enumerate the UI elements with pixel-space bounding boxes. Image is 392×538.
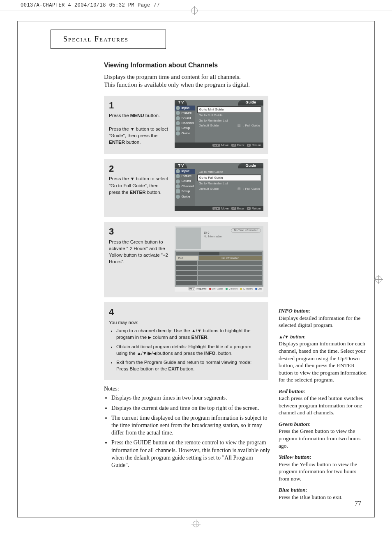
crop-mark-left [15, 276, 20, 281]
setup-icon [176, 126, 180, 131]
guide-row [176, 281, 262, 285]
step-text: Press the ▼ button to select "Go to Full… [109, 175, 170, 195]
green-dot-icon [226, 288, 228, 290]
return-icon: ≡ [247, 207, 251, 210]
blue-button-label: Blue button [279, 487, 306, 493]
return-icon: ≡ [247, 144, 251, 147]
osd-row-reminder: Go to Reminder List [198, 118, 261, 123]
guide-row [176, 261, 262, 265]
crop-mark-bottom [193, 521, 199, 527]
sound-icon [176, 179, 180, 184]
sound-icon [176, 116, 180, 120]
channel-icon [176, 121, 180, 125]
page-title: Viewing Information about Channels [104, 61, 367, 70]
enter-icon: ⏎ [231, 144, 236, 147]
red-dot-icon [209, 288, 211, 290]
blue-dot-icon [255, 288, 257, 290]
guide-row [176, 271, 262, 275]
notes-section: Notes: Displays the program times in two… [104, 385, 272, 505]
updown-icon: ▲▼ [212, 144, 220, 147]
section-header: Special Features [51, 30, 166, 49]
note-item: The current time displayed on the progra… [111, 414, 272, 437]
step-text: You may now: Jump to a channel directly:… [109, 319, 263, 372]
page-number: 77 [355, 500, 361, 507]
list-icon: ▤ [238, 124, 241, 127]
guide-row [176, 266, 262, 270]
updown-button-label: ▲/▼ button [279, 334, 304, 339]
guide-row: 15-0 No Information [176, 256, 262, 260]
green-button-label: Green button [279, 421, 309, 427]
osd-tab-guide: Guide [238, 100, 263, 106]
guide-icon [176, 131, 180, 136]
setup-icon [176, 189, 180, 193]
osd-screenshot-2: T V Guide Input Picture Sound Channel Se… [175, 163, 263, 212]
no-time-chip: No Time Information [231, 228, 261, 232]
button-reference-column: INFO button: Displays detailed informati… [279, 307, 367, 505]
input-icon [176, 106, 180, 110]
info-button-label: INFO button [279, 308, 309, 314]
input-icon [176, 169, 180, 173]
osd-row-full-guide: Go to Full Guide [198, 113, 261, 118]
yellow-button-label: Yellow button [279, 454, 309, 460]
step-2-panel: 2 Press the ▼ button to select "Go to Fu… [104, 159, 268, 217]
osd-tab-guide: Guide [238, 163, 263, 169]
page-frame: Special Features Viewing Information abo… [17, 21, 375, 517]
full-guide-screenshot: 15-0 No Information No Time Information … [175, 226, 263, 292]
step-1-panel: 1 Press the MENU button. Press the ▼ but… [104, 96, 268, 154]
step-3-panel: 3 Press the Green button to activate "-2… [104, 222, 268, 297]
osd-sidebar: Input Picture Sound Channel Setup Guide [175, 106, 195, 143]
picture-icon [176, 174, 180, 178]
step-number: 2 [109, 163, 170, 175]
osd-row-mini-guide: Go to Mini Guide [198, 107, 261, 113]
step-number: 4 [109, 306, 263, 318]
guide-footer: INFO Prog.Info Mini Guide -2 Hours +2 Ho… [175, 287, 263, 292]
picture-icon [176, 111, 180, 115]
osd-row-reminder: Go to Reminder List [198, 181, 261, 186]
list-icon: ▤ [238, 187, 241, 191]
note-item: Displays the program times in two hour s… [111, 394, 272, 402]
note-item: Press the GUIDE button on the remote con… [111, 439, 272, 469]
osd-row-full-guide: Go to Full Guide [198, 175, 261, 181]
guide-row [176, 276, 262, 280]
guide-icon [176, 195, 180, 199]
crop-mark-right [375, 276, 382, 283]
notes-heading: Notes: [104, 385, 272, 393]
guide-timebar [176, 252, 262, 255]
step-number: 1 [109, 100, 170, 112]
enter-icon: ⏎ [231, 207, 236, 210]
step-4-panel: 4 You may now: Jump to a channel directl… [104, 302, 268, 380]
osd-row-default: Default Guide ▤: Full Guide [198, 186, 261, 191]
yellow-dot-icon [240, 288, 242, 290]
guide-preview-thumb [176, 228, 201, 249]
step-number: 3 [109, 226, 170, 238]
osd-row-default: Default Guide ▤: Full Guide [198, 123, 261, 128]
osd-row-mini-guide: Go to Mini Guide [198, 170, 261, 175]
osd-screenshot-1: T V Guide Input Picture Sound Channel Se… [175, 100, 263, 148]
step-text: Press the MENU button. Press the ▼ butto… [109, 112, 170, 145]
updown-icon: ▲▼ [212, 207, 220, 210]
channel-icon [176, 184, 180, 189]
osd-tab-tv: T V [175, 163, 187, 169]
red-button-label: Red button [279, 388, 304, 394]
step-text: Press the Green button to activate "-2 H… [109, 239, 170, 265]
intro-text: Displays the program time and content fo… [104, 73, 367, 89]
osd-sidebar: Input Picture Sound Channel Setup Guide [175, 169, 195, 206]
crop-mark-top [0, 11, 392, 17]
osd-tab-tv: T V [175, 100, 187, 106]
note-item: Displays the current date and time on th… [111, 405, 272, 412]
